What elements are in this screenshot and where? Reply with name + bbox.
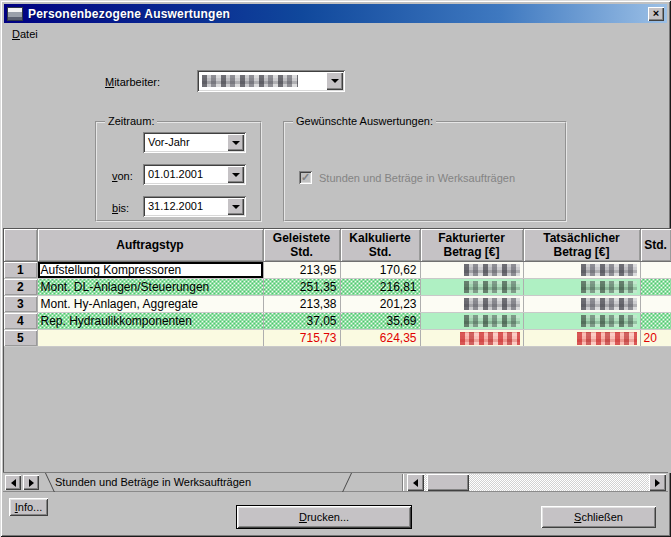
cell-auftragstyp[interactable]: Rep. Hydraulikkomponenten [37,312,263,329]
scrollbar-left-button[interactable] [407,474,424,491]
close-icon: × [653,8,659,19]
results-grid: Auftragstyp GeleisteteStd. KalkulierteSt… [3,228,671,473]
cell-fakturierter-betrag-redacted[interactable] [420,261,523,278]
window-title: Personenbezogene Auswertungen [28,7,648,21]
bis-dropdown-button[interactable] [227,198,244,215]
zeitraum-legend: Zeitraum: [105,115,157,127]
tabstrip-divider [402,474,403,491]
cell-kalkulierte-std[interactable]: 35,69 [340,312,420,329]
row-number-cell[interactable]: 3 [4,295,37,312]
zeitraum-preset-value: Vor-Jahr [148,136,190,148]
cell-tatsaechlicher-betrag-redacted[interactable] [523,295,640,312]
cell-std[interactable] [640,295,671,312]
row-number-cell[interactable]: 2 [4,278,37,295]
chevron-down-icon [331,79,339,83]
cell-tatsaechlicher-betrag-redacted[interactable] [523,312,640,329]
scrollbar-right-button[interactable] [649,474,666,491]
von-date-value: 01.01.2001 [148,168,203,180]
table-row: 3 Mont. Hy-Anlagen, Aggregate 213,38 201… [4,295,671,312]
row-number-cell[interactable]: 4 [4,312,37,329]
zeitraum-preset-select[interactable]: Vor-Jahr [143,132,246,153]
column-header-fakturierter-betrag[interactable]: FakturierterBetrag [€] [420,229,523,261]
cell-auftragstyp[interactable]: Mont. DL-Anlagen/Steuerungen [37,278,263,295]
drucken-button[interactable]: Drucken... [236,505,412,529]
drucken-button-label: Drucken... [299,511,349,523]
cell-geleistete-std[interactable]: 37,05 [263,312,340,329]
check-icon: ✓ [301,172,310,183]
cell-fakturierter-betrag-redacted[interactable] [420,312,523,329]
tab-left-edge [45,473,55,492]
sheet-tab-strip: Stunden und Beträge in Werksaufträgen [3,472,668,492]
chevron-down-icon [232,205,240,209]
von-label: von: [112,170,133,182]
table-row-total: 5 715,73 624,35 20 [4,329,671,346]
cell-std[interactable] [640,278,671,295]
cell-std[interactable] [640,312,671,329]
bis-date-value: 31.12.2001 [148,200,203,212]
schliessen-button[interactable]: Schließen [541,506,656,528]
row-number-cell[interactable]: 1 [4,261,37,278]
cell-fakturierter-betrag-redacted[interactable] [420,295,523,312]
cell-kalkulierte-std-total[interactable]: 624,35 [340,329,420,346]
cell-tatsaechlicher-betrag-redacted[interactable] [523,261,640,278]
table-row: 2 Mont. DL-Anlagen/Steuerungen 251,35 21… [4,278,671,295]
cell-geleistete-std[interactable]: 213,38 [263,295,340,312]
cell-auftragstyp[interactable]: Aufstellung Kompressoren [37,261,263,278]
dialog-window: Personenbezogene Auswertungen × Datei Mi… [0,0,671,537]
tab-scroll-left-button[interactable] [5,475,21,490]
von-dropdown-button[interactable] [227,166,244,183]
mitarbeiter-select[interactable] [197,70,345,92]
zeitraum-preset-dropdown-button[interactable] [227,134,244,151]
von-date-select[interactable]: 01.01.2001 [143,164,246,185]
mitarbeiter-value-redacted [202,74,298,87]
bis-date-select[interactable]: 31.12.2001 [143,196,246,217]
arrow-right-icon [655,479,660,487]
mitarbeiter-label: Mitarbeiter: [105,76,160,88]
menu-bar: Datei [6,26,44,43]
title-bar[interactable]: Personenbezogene Auswertungen × [4,4,667,23]
column-header-geleistete-std[interactable]: GeleisteteStd. [263,229,340,261]
arrow-right-icon [29,479,34,487]
cell-auftragstyp[interactable] [37,329,263,346]
tab-label: Stunden und Beträge in Werksaufträgen [55,476,251,488]
close-button[interactable]: × [648,7,664,21]
column-header-tatsaechlicher-betrag[interactable]: TatsächlicherBetrag [€] [523,229,640,261]
cell-kalkulierte-std[interactable]: 201,23 [340,295,420,312]
header-row: Auftragstyp GeleisteteStd. KalkulierteSt… [4,229,671,261]
schliessen-button-label: Schließen [574,511,623,523]
column-header-kalkulierte-std[interactable]: KalkulierteStd. [340,229,420,261]
cell-kalkulierte-std[interactable]: 170,62 [340,261,420,278]
cell-std-total[interactable]: 20 [640,329,671,346]
werksauftraege-checkbox: ✓ [299,171,312,184]
cell-geleistete-std-total[interactable]: 715,73 [263,329,340,346]
arrow-left-icon [413,479,418,487]
cell-geleistete-std[interactable]: 251,35 [263,278,340,295]
mitarbeiter-dropdown-button[interactable] [326,72,343,90]
printer-icon [7,7,23,21]
cell-tatsaechlicher-betrag-redacted[interactable] [523,278,640,295]
corner-header-cell[interactable] [4,229,37,261]
info-button-label: Info... [15,501,43,513]
column-header-auftragstyp[interactable]: Auftragstyp [37,229,263,261]
auswertungen-group: Gewünschte Auswertungen: ✓ Stunden und B… [283,121,567,222]
cell-fakturierter-betrag-total-redacted[interactable] [420,329,523,346]
table-row: 4 Rep. Hydraulikkomponenten 37,05 35,69 [4,312,671,329]
horizontal-scrollbar[interactable] [407,474,666,491]
cell-auftragstyp[interactable]: Mont. Hy-Anlagen, Aggregate [37,295,263,312]
arrow-left-icon [11,479,16,487]
row-number-cell[interactable]: 5 [4,329,37,346]
info-button[interactable]: Info... [9,498,48,516]
cell-tatsaechlicher-betrag-total-redacted[interactable] [523,329,640,346]
cell-fakturierter-betrag-redacted[interactable] [420,278,523,295]
chevron-down-icon [232,173,240,177]
cell-kalkulierte-std[interactable]: 216,81 [340,278,420,295]
menu-item-datei[interactable]: Datei [6,26,44,43]
tab-stunden-und-betraege[interactable]: Stunden und Beträge in Werksaufträgen [41,473,356,492]
column-header-std[interactable]: Std. [640,229,671,261]
auswertungen-legend: Gewünschte Auswertungen: [293,115,436,127]
scrollbar-thumb[interactable] [427,474,469,491]
tab-scroll-right-button[interactable] [23,475,39,490]
chevron-down-icon [232,141,240,145]
cell-geleistete-std[interactable]: 213,95 [263,261,340,278]
cell-std[interactable] [640,261,671,278]
